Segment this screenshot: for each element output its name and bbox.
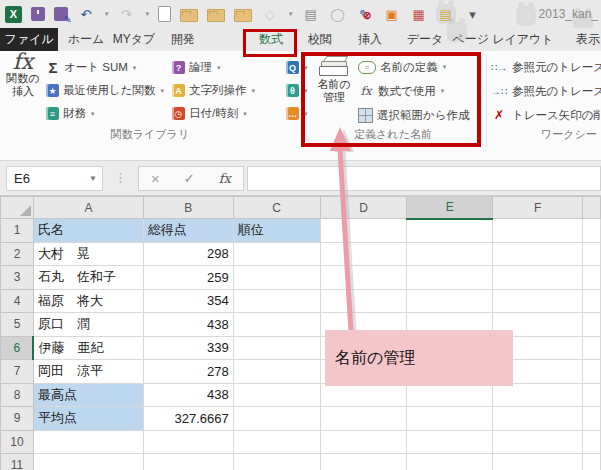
chevron-down-icon[interactable]: ▼ — [89, 174, 97, 183]
cell-F1[interactable] — [493, 219, 583, 243]
cell-E10[interactable] — [407, 430, 493, 454]
cell-B6[interactable]: 339 — [143, 336, 233, 360]
cell-A8[interactable]: 最高点 — [33, 383, 143, 407]
row-header-3[interactable]: 3 — [1, 266, 34, 290]
cell-F10[interactable] — [493, 430, 583, 454]
cell-A9[interactable]: 平均点 — [33, 407, 143, 431]
cell-C8[interactable] — [233, 383, 320, 407]
tab-developer[interactable]: 開発 — [161, 28, 205, 51]
cell-E1[interactable] — [407, 219, 493, 243]
qat-qat-menu-icon[interactable]: ▾ — [464, 5, 482, 23]
cell-F3[interactable] — [493, 266, 583, 290]
qat-no-pen-icon[interactable]: ✎ — [356, 5, 374, 23]
cell-C5[interactable] — [233, 313, 320, 337]
row-header-5[interactable]: 5 — [1, 313, 34, 337]
cell-E2[interactable] — [407, 242, 493, 266]
qat-folder-copy-icon[interactable] — [234, 9, 252, 22]
row-header-2[interactable]: 2 — [1, 242, 34, 266]
row-header-7[interactable]: 7 — [1, 360, 34, 384]
cell-C11[interactable] — [233, 454, 320, 470]
column-header-C[interactable]: C — [233, 197, 320, 219]
column-header-B[interactable]: B — [143, 197, 233, 219]
remove-arrows-button[interactable]: ✗ トレース矢印の削除 — [490, 103, 601, 127]
lookup-reference-button[interactable]: Q▾ — [286, 56, 308, 79]
logical-button[interactable]: ? 論理▾ — [172, 56, 255, 79]
insert-function-icon[interactable]: fx — [219, 171, 231, 186]
recently-used-button[interactable]: ★ 最近使用した関数▾ — [46, 79, 164, 102]
cell-E9[interactable] — [407, 407, 493, 431]
tab-file[interactable]: ファイル — [0, 28, 58, 51]
cell-D10[interactable] — [320, 430, 407, 454]
column-header-A[interactable]: A — [33, 197, 143, 219]
row-header-4[interactable]: 4 — [1, 289, 34, 313]
cell-B5[interactable]: 438 — [143, 313, 233, 337]
math-trig-button[interactable]: θ▾ — [286, 79, 308, 102]
qat-paste-icon[interactable]: ▤ — [302, 5, 320, 23]
cell-C2[interactable] — [233, 242, 320, 266]
cell-D8[interactable] — [320, 383, 407, 407]
cell-E11[interactable] — [407, 454, 493, 470]
cell-B9[interactable]: 327.6667 — [143, 407, 233, 431]
cell-A4[interactable]: 福原 将大 — [33, 289, 143, 313]
autosum-button[interactable]: Σ オート SUM▾ — [46, 56, 164, 79]
cell-C3[interactable] — [233, 266, 320, 290]
qat-undo-icon[interactable]: ↶ — [77, 5, 95, 23]
cell-B2[interactable]: 298 — [143, 242, 233, 266]
cell-A6[interactable]: 伊藤 亜紀 — [33, 336, 143, 360]
cell-A7[interactable]: 岡田 涼平 — [33, 360, 143, 384]
cell-A5[interactable]: 原口 潤 — [33, 313, 143, 337]
cell-C4[interactable] — [233, 289, 320, 313]
qat-save-as-icon[interactable] — [54, 7, 68, 21]
enter-icon[interactable]: ✓ — [184, 171, 195, 186]
cell-C9[interactable] — [233, 407, 320, 431]
column-header-F[interactable]: F — [493, 197, 583, 219]
row-header-10[interactable]: 10 — [1, 430, 34, 454]
tab-home[interactable]: ホーム — [63, 28, 109, 51]
cell-E3[interactable] — [407, 266, 493, 290]
cell-B8[interactable]: 438 — [143, 383, 233, 407]
more-functions-button[interactable]: …▾ — [286, 102, 308, 125]
column-header-D[interactable]: D — [320, 197, 407, 219]
cell-C10[interactable] — [233, 430, 320, 454]
cell-D2[interactable] — [320, 242, 407, 266]
create-from-selection-button[interactable]: 選択範囲から作成 — [358, 103, 470, 127]
cell-C7[interactable] — [233, 360, 320, 384]
cell-D1[interactable] — [320, 219, 407, 243]
cell-F9[interactable] — [493, 407, 583, 431]
formula-input[interactable] — [247, 166, 601, 191]
row-header-6[interactable]: 6 — [1, 336, 34, 360]
chevron-down-icon[interactable]: ▾ — [289, 10, 293, 18]
tab-page-layout[interactable]: ページ レイアウト — [457, 28, 549, 51]
cell-F2[interactable] — [493, 242, 583, 266]
cancel-icon[interactable]: × — [151, 170, 160, 187]
chevron-down-icon[interactable]: ▾ — [105, 10, 109, 18]
tab-view[interactable]: 表示 — [571, 28, 601, 51]
tab-my[interactable]: MYタブ — [109, 28, 159, 51]
text-functions-button[interactable]: A 文字列操作▾ — [172, 79, 255, 102]
financial-button[interactable]: ≡ 財務▾ — [46, 102, 164, 125]
tab-data[interactable]: データ — [400, 28, 450, 51]
select-all-corner[interactable] — [1, 197, 34, 219]
qat-redo-icon[interactable]: ↷ — [118, 5, 136, 23]
cell-A1[interactable]: 氏名 — [33, 219, 143, 243]
trace-precedents-button[interactable]: ∷→ 参照元のトレース — [490, 55, 601, 79]
cell-F4[interactable] — [493, 289, 583, 313]
cell-A11[interactable] — [33, 454, 143, 470]
cell-A3[interactable]: 石丸 佐和子 — [33, 266, 143, 290]
qat-open-folder-icon[interactable] — [180, 9, 198, 22]
cell-B4[interactable]: 354 — [143, 289, 233, 313]
trace-dependents-button[interactable]: →∷ 参照先のトレース — [490, 79, 601, 103]
qat-copy-format-icon[interactable]: ▣ — [383, 5, 401, 23]
tab-formulas[interactable]: 数式 — [246, 28, 296, 51]
tab-review[interactable]: 校閲 — [299, 28, 341, 51]
qat-fill-color-icon[interactable]: ◇ — [261, 5, 279, 23]
cell-F8[interactable] — [493, 383, 583, 407]
cell-E4[interactable] — [407, 289, 493, 313]
cell-C6[interactable] — [233, 336, 320, 360]
qat-oval-icon[interactable]: ◯ — [329, 5, 347, 23]
row-header-8[interactable]: 8 — [1, 383, 34, 407]
row-header-1[interactable]: 1 — [1, 219, 34, 243]
cell-A2[interactable]: 大村 晃 — [33, 242, 143, 266]
cell-D9[interactable] — [320, 407, 407, 431]
cell-B1[interactable]: 総得点 — [143, 219, 233, 243]
